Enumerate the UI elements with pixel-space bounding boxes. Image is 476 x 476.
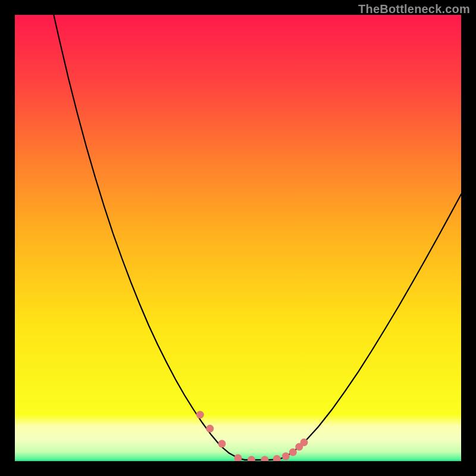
curve-marker [206,425,214,433]
gradient-body [15,15,461,415]
chart-svg [15,15,461,461]
watermark: TheBottleneck.com [358,2,470,16]
curve-marker [218,440,226,447]
curve-marker [300,439,308,446]
curve-marker [282,452,290,460]
plot-area [15,15,461,461]
chart-stage: TheBottleneck.com [0,0,476,476]
curve-marker [289,449,297,456]
curve-marker [196,411,204,419]
